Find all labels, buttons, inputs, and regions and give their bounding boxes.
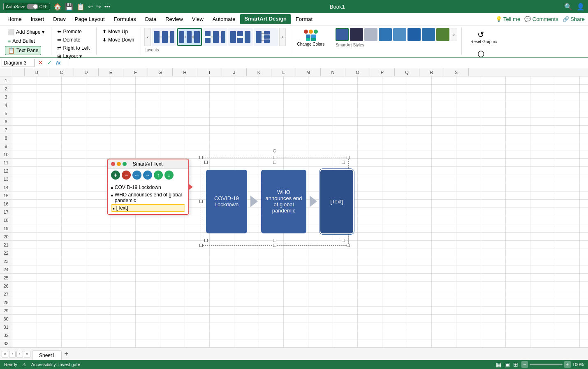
redo-icon[interactable]: ↪ [96, 3, 101, 10]
tab-formulas[interactable]: Formulas [110, 14, 140, 24]
panel-remove-btn[interactable]: − [122, 171, 131, 180]
zoom-out-button[interactable]: − [521, 361, 528, 368]
text-item-3[interactable]: ■ [Text] [111, 204, 185, 212]
arrow-connector-2 [310, 196, 317, 207]
handle-bottom-right[interactable] [347, 244, 350, 247]
accessibility-status[interactable]: Accessibility: Investigate [31, 362, 80, 367]
style-swatch-8[interactable] [436, 28, 449, 41]
tell-me-btn[interactable]: 💡 Tell me [495, 16, 521, 22]
move-up-button[interactable]: ⬆ Move Up [100, 28, 130, 35]
tab-insert[interactable]: Insert [27, 14, 49, 24]
autosave-badge[interactable]: AutoSave OFF [3, 3, 50, 10]
panel-down-btn[interactable]: ↓ [164, 171, 174, 180]
style-swatch-2[interactable] [350, 28, 363, 41]
handle-top-center[interactable] [273, 156, 276, 159]
handle-bottom-center[interactable] [273, 244, 276, 247]
more-options-icon[interactable]: ••• [104, 3, 111, 10]
undo-icon[interactable]: ↩ [88, 3, 93, 10]
panel-left-btn[interactable]: ← [132, 171, 141, 180]
handle-top-left[interactable] [199, 156, 203, 159]
tab-view[interactable]: View [188, 14, 208, 24]
style-swatch-1[interactable] [336, 28, 349, 41]
style-swatch-3[interactable] [364, 28, 377, 41]
layout-thumb-5[interactable] [254, 28, 278, 46]
autosave-toggle[interactable] [27, 4, 38, 9]
style-swatch-5[interactable] [393, 28, 406, 41]
shape-3-handle-tr[interactable] [342, 161, 345, 164]
save-alt-icon[interactable]: 📋 [76, 3, 85, 11]
smartart-selection-box[interactable]: COVID-19 Lockdown WHO announces end of g… [201, 157, 349, 246]
normal-view-icon[interactable]: ▦ [496, 361, 501, 368]
panel-right-btn[interactable]: → [143, 171, 152, 180]
tab-review[interactable]: Review [161, 14, 187, 24]
add-sheet-button[interactable]: + [62, 349, 71, 358]
change-colors-button[interactable]: Change Colors [294, 28, 328, 48]
handle-middle-left[interactable] [199, 200, 203, 203]
style-swatch-4[interactable] [379, 28, 392, 41]
cancel-formula-btn[interactable]: ✕ [36, 59, 44, 67]
page-layout-view-icon[interactable]: ▣ [505, 361, 510, 368]
style-swatch-6[interactable] [407, 28, 421, 41]
tab-smartart-design[interactable]: SmartArt Design [240, 14, 291, 24]
grid-background[interactable]: 1 2 3 4 5 6 7 8 9 10 11 12 13 14 15 16 1 [0, 76, 588, 348]
home-icon[interactable]: 🏠 [53, 3, 62, 11]
confirm-formula-btn[interactable]: ✓ [45, 59, 53, 67]
right-to-left-button[interactable]: ⇄ Right to Left [55, 44, 92, 52]
name-box[interactable] [2, 59, 35, 67]
shape-3-handle-tl[interactable] [204, 161, 208, 164]
text-item-2[interactable]: ■ WHO announces end of global pandemic [111, 191, 185, 204]
promote-button[interactable]: ⬅ Promote [55, 28, 84, 35]
search-icon[interactable]: 🔍 [564, 3, 572, 11]
demote-button[interactable]: ➡ Demote [55, 36, 83, 44]
panel-up-btn[interactable]: ↑ [154, 171, 163, 180]
shape-3-handle-tc[interactable] [273, 161, 276, 164]
tab-format[interactable]: Format [292, 14, 317, 24]
shape-3-handle-bl[interactable] [204, 239, 208, 242]
style-swatch-7[interactable] [422, 28, 435, 41]
tab-home[interactable]: Home [3, 14, 26, 24]
styles-nav-btn[interactable]: › [451, 28, 457, 41]
rotate-handle[interactable] [273, 149, 276, 152]
text-pane-button[interactable]: 📋 Text Pane [5, 46, 41, 55]
add-bullet-button[interactable]: ≡ Add Bullet [5, 37, 37, 45]
smartart-shape-3[interactable]: [Text] [320, 170, 353, 233]
sheet-nav-first[interactable]: « [2, 351, 8, 357]
text-item-1[interactable]: ■ COVID-19 Lockdown [111, 184, 185, 191]
layout-thumb-3[interactable] [203, 28, 227, 46]
reset-graphic-button[interactable]: ↺ Reset Graphic [467, 28, 494, 46]
formula-input[interactable] [69, 59, 586, 67]
sheet-tab-sheet1[interactable]: Sheet1 [32, 351, 62, 360]
panel-add-btn[interactable]: + [111, 171, 120, 180]
shape-3-handle-bc[interactable] [273, 239, 276, 242]
function-btn[interactable]: fx [54, 59, 63, 67]
add-shape-button[interactable]: ⬜ Add Shape ▾ [5, 28, 47, 36]
handle-bottom-left[interactable] [199, 244, 203, 247]
tab-automate[interactable]: Automate [208, 14, 240, 24]
smartart-shape-1[interactable]: COVID-19 Lockdown [206, 170, 247, 233]
dot-green[interactable] [123, 162, 127, 166]
layout-prev-btn[interactable]: ‹ [144, 28, 151, 46]
zoom-in-button[interactable]: + [564, 361, 571, 368]
zoom-slider[interactable] [530, 364, 563, 365]
layout-thumb-4[interactable] [228, 28, 253, 46]
handle-top-right[interactable] [347, 156, 350, 159]
sheet-nav-prev[interactable]: ‹ [9, 351, 16, 357]
shape-3-handle-br[interactable] [342, 239, 345, 242]
layout-thumb-2[interactable] [177, 28, 202, 46]
dot-red[interactable] [111, 162, 115, 166]
tab-page-layout[interactable]: Page Layout [71, 14, 109, 24]
sheet-nav-last[interactable]: » [24, 351, 30, 357]
layout-thumb-1[interactable] [152, 28, 176, 46]
layout-next-btn[interactable]: › [279, 28, 286, 46]
tab-data[interactable]: Data [141, 14, 160, 24]
share-btn[interactable]: 🔗 Share [563, 16, 585, 22]
move-down-button[interactable]: ⬇ Move Down [100, 36, 137, 44]
save-icon[interactable]: 💾 [65, 3, 73, 11]
tab-draw[interactable]: Draw [49, 14, 69, 24]
page-break-view-icon[interactable]: ⊞ [513, 361, 518, 368]
user-icon[interactable]: 👤 [576, 3, 585, 11]
smartart-shape-2[interactable]: WHO announces end of global pandemic [261, 170, 306, 233]
dot-yellow[interactable] [117, 162, 121, 166]
comments-btn[interactable]: 💬 Comments [524, 16, 558, 22]
sheet-nav-next[interactable]: › [16, 351, 23, 357]
